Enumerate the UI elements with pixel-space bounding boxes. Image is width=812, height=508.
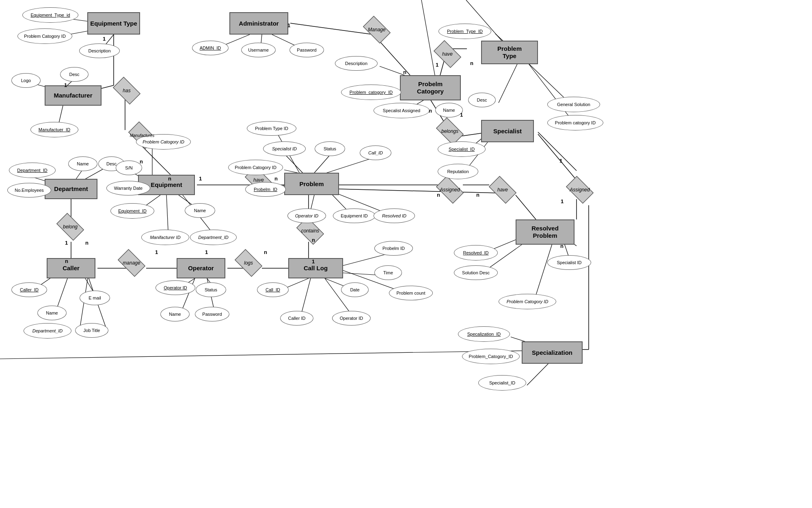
card-equip-type-mfr: 1 — [103, 36, 106, 42]
oval-op-id-prob: Operator ID — [287, 208, 326, 223]
oval-description-pc: Description — [335, 56, 378, 71]
diamond-have-prob-type: have — [431, 44, 464, 64]
oval-op-status: Status — [196, 282, 226, 297]
oval-resolved-id: Resolved ID — [374, 208, 415, 223]
oval-desc-mfr: Desc — [60, 67, 89, 82]
erd-diagram: Equipment Type Manufacturer Department C… — [0, 0, 812, 508]
entity-manufacturer: Manufacturer — [45, 85, 102, 106]
svg-line-77 — [499, 59, 520, 103]
card-assigned2-1b: 1 — [561, 198, 564, 204]
entity-operator: Operator — [177, 258, 225, 278]
diamond-assigned2: Assigned — [564, 180, 596, 200]
oval-job-title: Job Title — [75, 323, 108, 338]
diamond-logs: logs — [232, 253, 265, 273]
oval-admin-id: ADMIN_ID — [192, 41, 229, 55]
oval-equipment-type-id: Equipment_Type_id — [22, 7, 78, 23]
oval-op-name: Name — [160, 307, 190, 321]
entity-calllog: Call Log — [288, 258, 343, 278]
oval-password: Password — [289, 43, 324, 57]
oval-caller-name: Name — [37, 306, 67, 320]
entity-problem-category: ProbelmCatogory — [400, 75, 461, 100]
oval-solution-desc: Solution Desc — [454, 265, 498, 280]
card-manage-pc-n: n — [403, 69, 406, 75]
card-have-pt-1: 1 — [436, 62, 438, 68]
oval-dept-name: Name — [68, 156, 97, 171]
card-contains-n: n — [312, 237, 315, 243]
entity-specialist: Specialist — [481, 120, 534, 142]
card-calllog-n: n — [264, 249, 267, 255]
card-manage-1: 1 — [155, 249, 158, 255]
oval-op-id: Operator ID — [155, 280, 195, 295]
card-equip-n: n — [140, 158, 143, 165]
oval-status: Status — [315, 141, 345, 156]
oval-op-id-cl: Operator ID — [332, 311, 371, 326]
diamond-belong: belong — [54, 217, 86, 237]
oval-prob-catogory-id: Problem Catogory ID — [228, 160, 283, 175]
oval-pt-name: Name — [435, 103, 463, 117]
card-have-n: n — [168, 176, 171, 182]
oval-specialist-id-sp: Specialist_ID — [438, 141, 486, 157]
diamond-manage: manage — [115, 253, 148, 273]
oval-prob-type-id: Problem Type ID — [247, 121, 296, 136]
oval-no-employees: No.Employees — [7, 183, 51, 198]
oval-caller-id-cl: Caller ID — [280, 311, 313, 326]
entity-department: Department — [45, 179, 97, 199]
oval-gen-solution: General Solution — [547, 97, 600, 112]
oval-sn: S/N — [116, 161, 142, 175]
entity-problem-type: ProblemType — [481, 41, 538, 64]
oval-call-id-prob: Call_ID — [360, 145, 391, 160]
entity-caller: Caller — [47, 258, 95, 278]
oval-op-pass: Password — [195, 307, 229, 321]
oval-specialist-id-prob: Specialist ID — [263, 141, 306, 156]
card-have-1: 1 — [199, 176, 202, 182]
oval-cl-time: Time — [374, 265, 402, 280]
oval-equip-id: Equipment_ID — [110, 203, 154, 219]
card-prob-n: n — [274, 176, 278, 182]
oval-manf-id-equip: Manifacturer ID — [141, 230, 189, 245]
card-assigned2-1: 1 — [559, 158, 562, 164]
oval-spec-id-sz: Specalization_ID — [458, 326, 510, 342]
card-belong-n: n — [65, 258, 68, 264]
card-mfr-has: 1 — [64, 82, 67, 88]
oval-pt-desc: Desc — [468, 93, 496, 107]
card-belongs-n: n — [429, 108, 432, 114]
oval-prob-catogory-id-rp: Problem Catogory ID — [499, 294, 556, 309]
card-assigned2-n: n — [560, 243, 564, 249]
diamond-has: has — [110, 80, 143, 101]
oval-call-id-cl: Call_ID — [257, 282, 289, 297]
oval-email: E mail — [80, 291, 110, 305]
svg-line-57 — [339, 189, 499, 193]
oval-resolved-id2: Resolved_ID — [454, 245, 498, 261]
oval-probelm-id: Probelm_ID — [245, 182, 286, 197]
oval-probelm-id-cl: Probelm ID — [374, 241, 413, 256]
card-assigned-n: n — [437, 192, 440, 198]
oval-warranty-date: Warranty Date — [106, 181, 150, 195]
oval-description-et: Description — [79, 43, 120, 58]
card-logs-1: 1 — [205, 249, 208, 255]
entity-administrator: Administrator — [229, 12, 288, 35]
oval-username: Username — [241, 43, 276, 57]
oval-pt-id: Problem_Type_ID — [438, 24, 491, 39]
oval-dept-id-equip: Department_ID — [190, 230, 237, 245]
oval-prob-catogory-id-pt: Problem catogory ID — [547, 115, 603, 130]
oval-prob-catogory-id-et: Problem Catogory ID — [17, 28, 72, 44]
oval-logo: Logo — [11, 73, 41, 88]
card-assigned-n2: n — [476, 192, 479, 198]
entity-resolved-problem: ResolvedProblem — [516, 219, 574, 245]
svg-line-81 — [538, 132, 577, 171]
card-contains-1: 1 — [312, 258, 315, 265]
oval-dept-id: Department_ID — [9, 163, 56, 178]
oval-specalist-assigned: Specalist Assigned — [374, 103, 430, 118]
entity-specialization: Specialization — [522, 341, 583, 364]
oval-specialist-id-rp: Specialist ID — [547, 255, 591, 270]
oval-prob-catogory-id-sz: Problem_Catogory_ID — [462, 349, 520, 364]
oval-equip-id-prob: Equipment ID — [333, 208, 376, 223]
oval-equip-name: Name — [185, 203, 215, 218]
diamond-contains: contains — [294, 221, 326, 241]
card-belong-1: 1 — [65, 240, 68, 246]
diamond-manage-admin: Manage — [361, 20, 393, 40]
oval-prob-catogory-id-pc: Problem_catogory_ID — [341, 85, 401, 100]
oval-caller-id: Caller_ID — [11, 282, 47, 297]
card-admin-1: 1 — [287, 22, 290, 28]
oval-prob-count: Problem count — [389, 286, 433, 300]
